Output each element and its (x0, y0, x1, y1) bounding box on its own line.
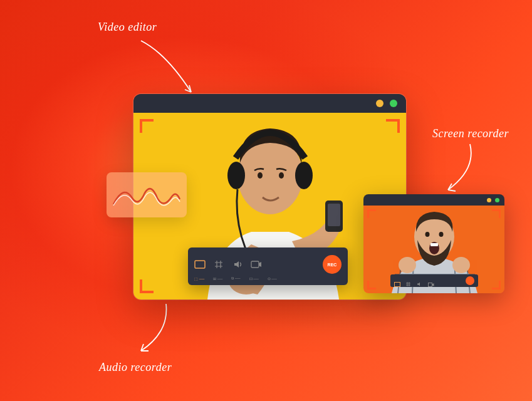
svg-point-21 (399, 257, 416, 273)
record-button[interactable]: REC (323, 255, 342, 274)
crop-mark-icon (140, 119, 154, 133)
record-button[interactable] (466, 276, 474, 285)
arrow-video-editor (135, 34, 210, 103)
svg-point-19 (425, 232, 430, 237)
svg-point-7 (279, 172, 284, 179)
video-editor-label: Video editor (98, 21, 157, 34)
arrow-audio-recorder (132, 301, 182, 357)
audio-icon[interactable] (232, 260, 243, 269)
crop-icon[interactable] (405, 278, 412, 283)
svg-point-22 (452, 257, 470, 273)
svg-rect-18 (430, 243, 438, 246)
svg-point-6 (258, 172, 263, 179)
svg-rect-8 (195, 261, 205, 268)
screen-recorder-window (363, 194, 504, 293)
maximize-icon[interactable] (495, 198, 499, 202)
maximize-icon[interactable] (390, 100, 397, 107)
svg-rect-9 (251, 261, 259, 268)
minimize-icon[interactable] (376, 100, 383, 107)
toolbar-footer-item[interactable]: ⊙ ── (268, 276, 277, 281)
toolbar-footer-item[interactable]: ⊡ ── (249, 276, 259, 281)
audio-waveform-card (107, 172, 187, 217)
svg-point-1 (227, 162, 245, 189)
toolbar-footer: ⬚ ── ⊞ ── ⧉ ── ⊡ ── ⊙ ── (188, 275, 348, 283)
camera-icon[interactable] (428, 278, 434, 283)
crop-mark-icon (140, 279, 154, 293)
toolbar-footer-item[interactable]: ⧉ ── (231, 276, 240, 281)
toolbar-footer-item[interactable]: ⊞ ── (213, 276, 222, 281)
screen-recorder-label: Screen recorder (432, 127, 509, 140)
screen-area-icon[interactable] (194, 260, 206, 269)
svg-point-2 (295, 162, 313, 189)
toolbar-title (188, 247, 348, 254)
svg-rect-24 (428, 283, 432, 287)
audio-recorder-label: Audio recorder (99, 361, 172, 374)
svg-rect-5 (328, 204, 340, 226)
toolbar-footer-item[interactable]: ⬚ ── (194, 276, 204, 281)
arrow-screen-recorder (432, 141, 482, 194)
svg-rect-23 (394, 283, 400, 287)
crop-icon[interactable] (213, 260, 224, 269)
audio-icon[interactable] (417, 278, 423, 283)
screen-area-icon[interactable] (394, 278, 400, 283)
mini-recorder-toolbar (390, 274, 478, 287)
svg-point-20 (439, 232, 444, 237)
recorder-toolbar: REC ⬚ ── ⊞ ── ⧉ ── ⊡ ── ⊙ ── (188, 247, 348, 285)
camera-icon[interactable] (251, 260, 262, 269)
small-canvas (363, 206, 504, 293)
main-titlebar (133, 94, 406, 113)
minimize-icon[interactable] (487, 198, 491, 202)
crop-mark-icon (386, 119, 400, 133)
waveform-icon (112, 179, 181, 211)
small-titlebar (363, 194, 504, 206)
